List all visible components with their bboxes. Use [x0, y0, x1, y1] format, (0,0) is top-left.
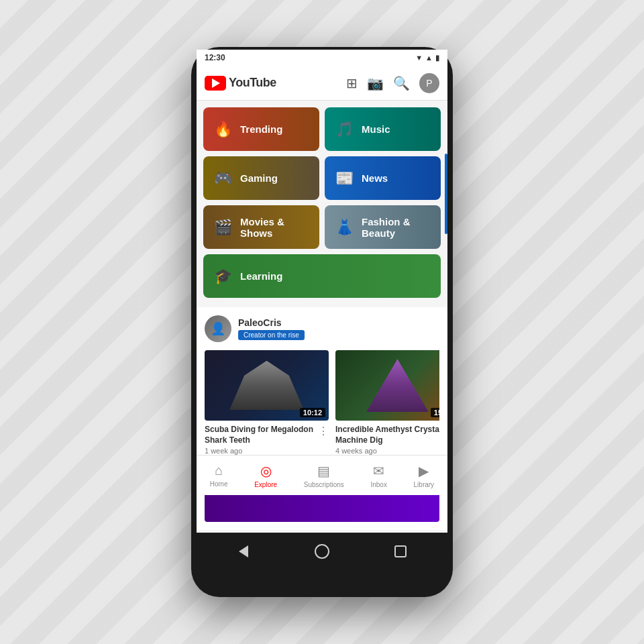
wifi-icon: ▼ — [415, 54, 423, 62]
video-age-1: 1 week ago — [205, 447, 314, 455]
video-row: 10:12 Scuba Diving for Megalodon Shark T… — [205, 350, 439, 455]
nav-home[interactable]: ⌂ Home — [202, 459, 236, 492]
signal-icon: ▲ — [425, 54, 433, 62]
back-button[interactable] — [234, 542, 253, 561]
video-text-2: Incredible Amethyst Crystal Machine Dig … — [335, 425, 439, 455]
movies-label: Movies & Shows — [240, 216, 309, 239]
creator-info: PaleoCris Creator on the rise — [238, 317, 305, 340]
music-icon: 🎵 — [335, 121, 354, 138]
back-icon — [239, 545, 248, 557]
scroll-indicator — [445, 154, 447, 234]
learning-icon: 🎓 — [214, 268, 232, 285]
home-icon: ⌂ — [215, 463, 223, 478]
android-nav-bar — [191, 533, 453, 570]
video-info-2: Incredible Amethyst Crystal Machine Dig … — [335, 421, 439, 455]
status-icons: ▼ ▲ ▮ — [415, 54, 439, 62]
video-text-1: Scuba Diving for Megalodon Shark Teeth 1… — [205, 425, 314, 455]
thumb2-visual — [335, 350, 439, 421]
video-age-2: 4 weeks ago — [335, 447, 439, 455]
category-gaming[interactable]: 🎮 Gaming — [203, 156, 319, 200]
header-icons: ⊞ 📷 🔍 P — [346, 73, 439, 93]
bottom-navigation: ⌂ Home ◎ Explore ▤ Subscriptions ✉ Inbox… — [197, 455, 447, 495]
battery-icon: ▮ — [435, 54, 439, 62]
library-icon: ▶ — [419, 463, 429, 479]
explore-grid: 🔥 Trending 🎵 Music 🎮 Gaming 📰 News 🎬 Mov… — [197, 101, 447, 305]
nav-library[interactable]: ▶ Library — [406, 459, 443, 492]
trending-icon: 🔥 — [214, 121, 232, 138]
music-label: Music — [362, 123, 390, 135]
youtube-logo: YouTube — [205, 76, 341, 91]
video-info-1: Scuba Diving for Megalodon Shark Teeth 1… — [205, 421, 329, 455]
gaming-icon: 🎮 — [214, 170, 232, 187]
phone-frame: 12:30 ▼ ▲ ▮ YouTube ⊞ 📷 🔍 P — [191, 47, 453, 597]
home-button[interactable] — [313, 542, 331, 561]
movies-icon: 🎬 — [214, 219, 232, 236]
creator-header: 👤 PaleoCris Creator on the rise — [205, 315, 439, 342]
trending-label: Trending — [240, 123, 282, 135]
nav-explore[interactable]: ◎ Explore — [246, 459, 285, 492]
youtube-logo-icon — [205, 76, 226, 91]
category-learning[interactable]: 🎓 Learning — [203, 254, 441, 298]
home-label: Home — [210, 480, 228, 488]
creator-name: PaleoCris — [238, 317, 305, 328]
subscriptions-label: Subscriptions — [304, 481, 344, 488]
category-trending[interactable]: 🔥 Trending — [203, 107, 319, 151]
video-options-1[interactable]: ⋮ — [318, 425, 329, 437]
app-header: YouTube ⊞ 📷 🔍 P — [197, 66, 447, 101]
creator-section: 👤 PaleoCris Creator on the rise 10:12 — [197, 307, 447, 463]
video-card-2[interactable]: 15:03 Incredible Amethyst Crystal Machin… — [335, 350, 439, 455]
play-triangle — [212, 78, 220, 88]
youtube-logo-text: YouTube — [229, 76, 276, 90]
category-movies[interactable]: 🎬 Movies & Shows — [203, 205, 319, 249]
video-card-1[interactable]: 10:12 Scuba Diving for Megalodon Shark T… — [205, 350, 329, 455]
subscriptions-icon: ▤ — [317, 463, 330, 479]
video-thumbnail-1: 10:12 — [205, 350, 329, 421]
fashion-label: Fashion & Beauty — [362, 216, 430, 239]
recents-button[interactable] — [391, 542, 410, 561]
category-music[interactable]: 🎵 Music — [325, 107, 441, 151]
category-news[interactable]: 📰 News — [325, 156, 441, 200]
trending-preview-image — [205, 492, 439, 522]
gaming-label: Gaming — [240, 172, 278, 184]
phone-screen: 12:30 ▼ ▲ ▮ YouTube ⊞ 📷 🔍 P — [197, 50, 447, 533]
video-thumbnail-2: 15:03 — [335, 350, 439, 421]
nav-inbox[interactable]: ✉ Inbox — [362, 459, 394, 492]
inbox-icon: ✉ — [373, 463, 384, 479]
recents-square-icon — [394, 545, 407, 557]
inbox-label: Inbox — [370, 481, 386, 488]
user-avatar[interactable]: P — [419, 73, 439, 93]
learning-label: Learning — [240, 270, 282, 282]
shark-tooth-shape — [229, 361, 304, 411]
camera-icon[interactable]: 📷 — [367, 75, 384, 91]
status-time: 12:30 — [205, 53, 225, 62]
explore-icon: ◎ — [260, 463, 272, 479]
news-icon: 📰 — [335, 170, 354, 187]
video-title-1: Scuba Diving for Megalodon Shark Teeth — [205, 425, 314, 445]
home-circle-icon — [315, 544, 329, 559]
status-bar: 12:30 ▼ ▲ ▮ — [197, 50, 447, 66]
video-title-2: Incredible Amethyst Crystal Machine Dig — [335, 425, 439, 445]
creator-badge: Creator on the rise — [238, 330, 305, 340]
nav-subscriptions[interactable]: ▤ Subscriptions — [296, 459, 352, 492]
creator-avatar: 👤 — [205, 315, 231, 342]
news-label: News — [362, 172, 388, 184]
cast-icon[interactable]: ⊞ — [346, 75, 358, 91]
category-fashion[interactable]: 👗 Fashion & Beauty — [325, 205, 441, 249]
library-label: Library — [414, 481, 435, 488]
video-duration-2: 15:03 — [431, 408, 439, 417]
video-duration-1: 10:12 — [300, 408, 325, 417]
fashion-icon: 👗 — [335, 219, 354, 236]
explore-label: Explore — [254, 481, 277, 488]
crystal-shape — [366, 359, 429, 412]
search-icon[interactable]: 🔍 — [393, 75, 410, 91]
